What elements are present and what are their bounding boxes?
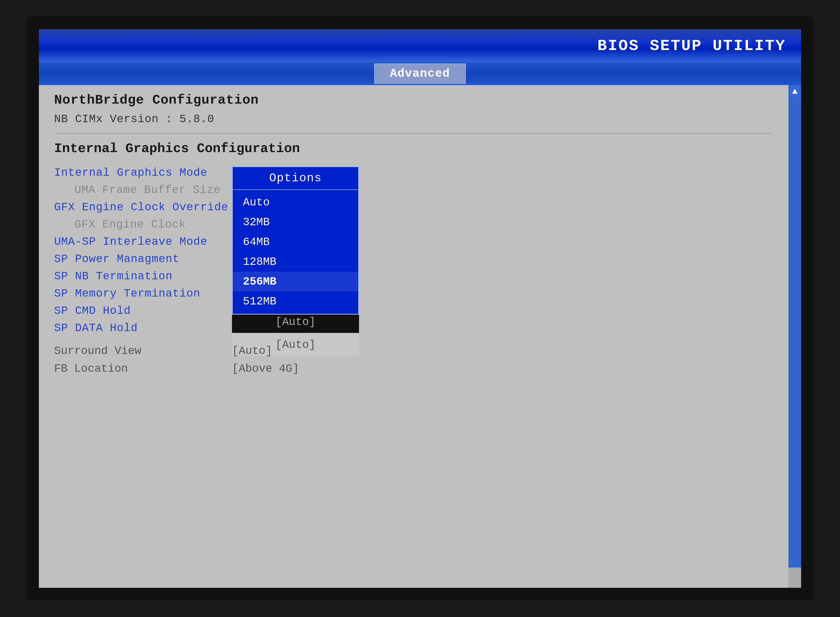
option-64mb[interactable]: 64MB [233, 232, 358, 252]
uma-frame-buffer-value: [Auto] [275, 316, 316, 328]
screen: BIOS SETUP UTILITY Advanced NorthBridge … [39, 29, 801, 588]
menu-item-sp-data-hold[interactable]: SP DATA Hold [54, 322, 773, 334]
nav-bar: Advanced [39, 62, 801, 85]
menu-item-sp-cmd-hold[interactable]: SP CMD Hold [54, 304, 773, 317]
options-list: Auto 32MB 64MB 128MB 256MB 512MB [233, 190, 358, 314]
tab-advanced[interactable]: Advanced [374, 63, 466, 84]
menu-item-sp-nb-termination[interactable]: SP NB Termination [54, 270, 773, 283]
fb-location-label[interactable]: FB Location [54, 362, 128, 375]
bios-title: BIOS SETUP UTILITY [597, 37, 786, 55]
menu-item-gfx-engine-clock-override[interactable]: GFX Engine Clock Override [54, 201, 773, 214]
content-area: NorthBridge Configuration NB CIMx Versio… [39, 85, 788, 588]
bottom-section: Surround View [Auto] FB Location [Above … [54, 345, 773, 375]
surround-view-label[interactable]: Surround View [54, 345, 141, 357]
options-popup[interactable]: Options Auto 32MB 64MB 128MB 256MB 512MB [232, 166, 359, 314]
divider [54, 133, 773, 134]
options-popup-header: Options [233, 167, 358, 190]
northbridge-heading: NorthBridge Configuration [54, 93, 773, 108]
option-32mb[interactable]: 32MB [233, 212, 358, 232]
option-256mb[interactable]: 256MB [233, 272, 358, 291]
graphics-heading: Internal Graphics Configuration [54, 141, 773, 156]
nb-cimx-version: NB CIMx Version : 5.8.0 [54, 113, 773, 125]
menu-item-sp-memory-termination[interactable]: SP Memory Termination [54, 287, 773, 300]
menu-list: Internal Graphics Mode UMA Frame Buffer … [54, 166, 773, 334]
menu-item-internal-graphics-mode[interactable]: Internal Graphics Mode [54, 166, 773, 179]
menu-item-uma-frame-buffer[interactable]: UMA Frame Buffer Size [54, 184, 773, 196]
menu-item-gfx-engine-clock[interactable]: GFX Engine Clock [54, 218, 773, 231]
option-auto[interactable]: Auto [233, 192, 358, 212]
menu-item-sp-power-management[interactable]: SP Power Managment [54, 252, 773, 265]
menu-item-uma-sp-interleave[interactable]: UMA-SP Interleave Mode [54, 235, 773, 248]
option-512mb[interactable]: 512MB [233, 291, 358, 311]
fb-location-value: [Above 4G] [232, 362, 299, 375]
monitor-bezel: BIOS SETUP UTILITY Advanced NorthBridge … [26, 16, 814, 601]
scrollbar[interactable]: ▲ [788, 85, 801, 588]
scrollbar-thumb[interactable] [788, 567, 801, 588]
surround-view-value: [Auto] [232, 345, 272, 357]
scrollbar-track[interactable] [788, 98, 801, 588]
header-bar: BIOS SETUP UTILITY [39, 29, 801, 62]
scrollbar-arrow-up[interactable]: ▲ [788, 85, 801, 98]
option-128mb[interactable]: 128MB [233, 252, 358, 272]
